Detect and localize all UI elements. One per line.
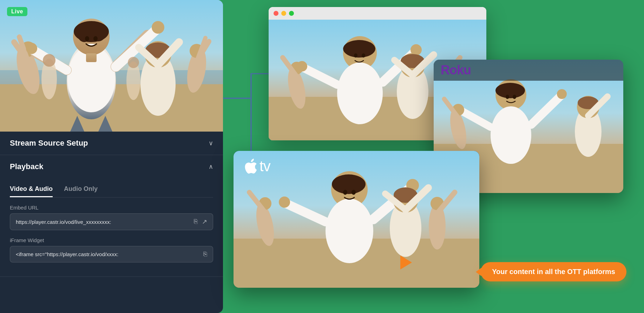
roku-logo: Roku bbox=[441, 63, 471, 78]
panel-content: Stream Source Setup ∨ Playback ∧ Video &… bbox=[0, 132, 223, 277]
iframe-widget-icons: ⎘ bbox=[203, 251, 207, 258]
iframe-widget-value: <iframe src="https://player.castr.io/vod… bbox=[16, 251, 118, 257]
svg-point-16 bbox=[91, 23, 106, 41]
stream-source-setup-header[interactable]: Stream Source Setup ∨ bbox=[0, 132, 223, 155]
svg-point-18 bbox=[93, 36, 98, 41]
embed-url-icons: ⎘ ↗ bbox=[194, 218, 207, 226]
traffic-light-green[interactable] bbox=[289, 11, 294, 16]
svg-point-25 bbox=[26, 43, 37, 54]
svg-point-85 bbox=[343, 190, 347, 195]
svg-point-61 bbox=[495, 83, 525, 98]
playback-section: Playback ∧ Video & Audio Audio Only Embe… bbox=[0, 155, 223, 277]
live-badge: Live bbox=[7, 7, 27, 16]
ott-tooltip: Your content in all the OTT platforms bbox=[481, 262, 626, 281]
roku-header: Roku bbox=[434, 60, 623, 81]
svg-point-67 bbox=[506, 95, 509, 99]
tab-video-audio[interactable]: Video & Audio bbox=[10, 185, 53, 197]
stream-source-setup-section: Stream Source Setup ∨ bbox=[0, 132, 223, 155]
svg-point-79 bbox=[332, 174, 366, 194]
appletv-video bbox=[234, 151, 479, 288]
external-link-icon[interactable]: ↗ bbox=[202, 218, 207, 226]
svg-point-65 bbox=[557, 89, 567, 99]
appletv-text: tv bbox=[259, 158, 270, 175]
svg-point-17 bbox=[85, 36, 89, 41]
iframe-widget-field[interactable]: <iframe src="https://player.castr.io/vod… bbox=[10, 246, 213, 262]
svg-point-68 bbox=[513, 95, 516, 99]
svg-point-34 bbox=[128, 57, 139, 68]
svg-point-86 bbox=[351, 190, 356, 195]
video-preview: Live bbox=[0, 0, 223, 132]
traffic-light-yellow[interactable] bbox=[281, 11, 286, 16]
svg-point-40 bbox=[337, 62, 383, 124]
stream-source-setup-title: Stream Source Setup bbox=[10, 139, 88, 148]
svg-point-84 bbox=[279, 197, 290, 208]
iframe-copy-icon[interactable]: ⎘ bbox=[203, 251, 207, 258]
svg-point-45 bbox=[354, 53, 357, 58]
svg-rect-19 bbox=[86, 53, 97, 62]
tab-audio-only[interactable]: Audio Only bbox=[64, 185, 98, 197]
svg-point-24 bbox=[152, 21, 164, 34]
iframe-widget-label: iFrame Widget bbox=[10, 237, 213, 243]
appletv-device: tv bbox=[234, 151, 479, 288]
playback-header[interactable]: Playback ∧ bbox=[0, 155, 223, 178]
right-section: Roku bbox=[223, 0, 644, 313]
tabs: Video & Audio Audio Only bbox=[10, 185, 213, 197]
svg-point-62 bbox=[491, 106, 531, 164]
copy-icon[interactable]: ⎘ bbox=[194, 218, 198, 226]
svg-point-39 bbox=[343, 40, 375, 58]
left-panel: Live Stream Source Setup ∨ Playback ∧ Vi… bbox=[0, 0, 223, 313]
traffic-light-red[interactable] bbox=[274, 11, 278, 16]
svg-point-46 bbox=[362, 53, 365, 58]
svg-point-80 bbox=[326, 199, 373, 263]
tabs-container: Video & Audio Audio Only bbox=[0, 178, 223, 198]
form-section: Embed URL https://player.castr.io/vod/li… bbox=[0, 198, 223, 277]
embed-url-label: Embed URL bbox=[10, 205, 213, 211]
stream-source-chevron-down-icon: ∨ bbox=[209, 139, 213, 147]
tooltip-arrow-icon bbox=[476, 268, 481, 276]
appletv-header: tv bbox=[243, 158, 270, 175]
appletv-logo: tv bbox=[243, 158, 270, 175]
ott-tooltip-text: Your content in all the OTT platforms bbox=[492, 268, 615, 276]
embed-url-field[interactable]: https://player.castr.io/vod/live_xxxxxxx… bbox=[10, 213, 213, 230]
browser-titlebar bbox=[269, 7, 486, 20]
embed-url-value: https://player.castr.io/vod/live_xxxxxxx… bbox=[16, 219, 111, 225]
playback-chevron-up-icon: ∧ bbox=[209, 163, 213, 171]
svg-point-15 bbox=[77, 25, 91, 42]
playback-title: Playback bbox=[10, 162, 43, 171]
svg-point-32 bbox=[43, 54, 55, 67]
